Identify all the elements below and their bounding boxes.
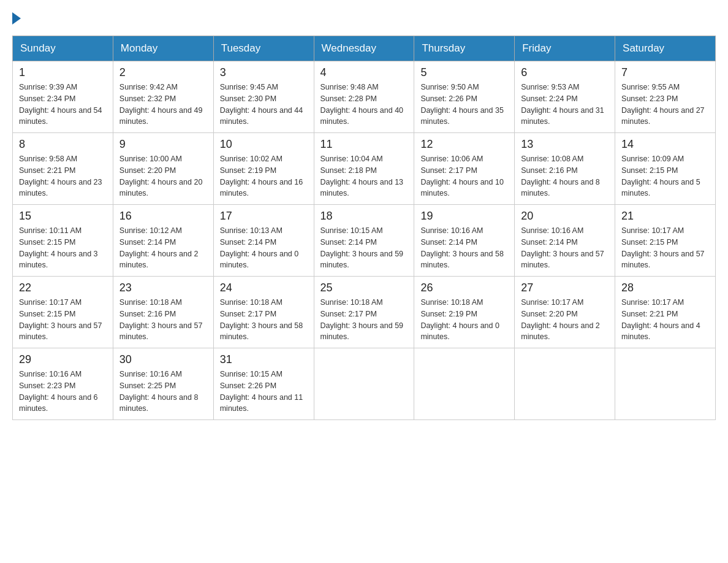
day-info: Sunrise: 10:16 AM Sunset: 2:14 PM Daylig… (521, 225, 609, 271)
column-header-monday: Monday (113, 36, 213, 61)
day-number: 22 (19, 282, 107, 294)
column-header-saturday: Saturday (615, 36, 716, 61)
calendar-cell: 30 Sunrise: 10:16 AM Sunset: 2:25 PM Day… (113, 348, 213, 420)
day-info: Sunrise: 10:08 AM Sunset: 2:16 PM Daylig… (521, 153, 609, 199)
logo (12, 12, 23, 23)
day-number: 28 (621, 282, 709, 294)
calendar-cell: 12 Sunrise: 10:06 AM Sunset: 2:17 PM Day… (414, 133, 515, 205)
day-info: Sunrise: 10:17 AM Sunset: 2:15 PM Daylig… (621, 225, 709, 271)
day-info: Sunrise: 10:15 AM Sunset: 2:26 PM Daylig… (220, 369, 308, 415)
day-info: Sunrise: 9:48 AM Sunset: 2:28 PM Dayligh… (320, 82, 408, 128)
day-number: 4 (320, 66, 408, 79)
day-info: Sunrise: 10:06 AM Sunset: 2:17 PM Daylig… (420, 153, 508, 199)
day-number: 23 (119, 282, 207, 294)
calendar-cell: 11 Sunrise: 10:04 AM Sunset: 2:18 PM Day… (314, 133, 414, 205)
day-number: 9 (119, 138, 207, 151)
calendar-cell: 17 Sunrise: 10:13 AM Sunset: 2:14 PM Day… (213, 205, 314, 277)
day-number: 20 (521, 210, 609, 223)
calendar-cell: 8 Sunrise: 9:58 AM Sunset: 2:21 PM Dayli… (13, 133, 113, 205)
day-info: Sunrise: 10:04 AM Sunset: 2:18 PM Daylig… (320, 153, 408, 199)
day-info: Sunrise: 9:42 AM Sunset: 2:32 PM Dayligh… (119, 82, 207, 128)
calendar-header-row: SundayMondayTuesdayWednesdayThursdayFrid… (13, 36, 716, 61)
day-number: 16 (119, 210, 207, 223)
day-number: 10 (220, 138, 308, 151)
day-info: Sunrise: 10:00 AM Sunset: 2:20 PM Daylig… (119, 153, 207, 199)
day-info: Sunrise: 9:50 AM Sunset: 2:26 PM Dayligh… (420, 82, 508, 128)
calendar-cell: 1 Sunrise: 9:39 AM Sunset: 2:34 PM Dayli… (13, 61, 113, 133)
logo-triangle-icon (12, 12, 21, 25)
day-number: 8 (19, 138, 107, 151)
logo-blue-text (12, 12, 23, 23)
day-info: Sunrise: 10:11 AM Sunset: 2:15 PM Daylig… (19, 225, 107, 271)
calendar-cell: 9 Sunrise: 10:00 AM Sunset: 2:20 PM Dayl… (113, 133, 213, 205)
calendar-week-row: 22 Sunrise: 10:17 AM Sunset: 2:15 PM Day… (13, 277, 716, 348)
day-info: Sunrise: 9:55 AM Sunset: 2:23 PM Dayligh… (621, 82, 709, 128)
day-number: 5 (420, 66, 508, 79)
calendar-cell: 31 Sunrise: 10:15 AM Sunset: 2:26 PM Day… (213, 348, 314, 420)
day-number: 3 (220, 66, 308, 79)
calendar-cell: 22 Sunrise: 10:17 AM Sunset: 2:15 PM Day… (13, 277, 113, 348)
calendar-cell: 7 Sunrise: 9:55 AM Sunset: 2:23 PM Dayli… (615, 61, 716, 133)
day-number: 2 (119, 66, 207, 79)
calendar-cell: 4 Sunrise: 9:48 AM Sunset: 2:28 PM Dayli… (314, 61, 414, 133)
day-number: 13 (521, 138, 609, 151)
day-number: 6 (521, 66, 609, 79)
calendar-cell: 14 Sunrise: 10:09 AM Sunset: 2:15 PM Day… (615, 133, 716, 205)
day-number: 7 (621, 66, 709, 79)
day-info: Sunrise: 9:58 AM Sunset: 2:21 PM Dayligh… (19, 153, 107, 199)
calendar-cell: 3 Sunrise: 9:45 AM Sunset: 2:30 PM Dayli… (213, 61, 314, 133)
day-number: 30 (119, 353, 207, 366)
day-number: 19 (420, 210, 508, 223)
calendar-cell: 24 Sunrise: 10:18 AM Sunset: 2:17 PM Day… (213, 277, 314, 348)
day-info: Sunrise: 10:18 AM Sunset: 2:16 PM Daylig… (119, 297, 207, 343)
calendar-cell: 16 Sunrise: 10:12 AM Sunset: 2:14 PM Day… (113, 205, 213, 277)
calendar-cell: 6 Sunrise: 9:53 AM Sunset: 2:24 PM Dayli… (515, 61, 615, 133)
calendar-cell: 18 Sunrise: 10:15 AM Sunset: 2:14 PM Day… (314, 205, 414, 277)
calendar-week-row: 15 Sunrise: 10:11 AM Sunset: 2:15 PM Day… (13, 205, 716, 277)
column-header-wednesday: Wednesday (314, 36, 414, 61)
day-number: 31 (220, 353, 308, 366)
day-number: 27 (521, 282, 609, 294)
calendar-cell: 5 Sunrise: 9:50 AM Sunset: 2:26 PM Dayli… (414, 61, 515, 133)
calendar-week-row: 8 Sunrise: 9:58 AM Sunset: 2:21 PM Dayli… (13, 133, 716, 205)
page-header (12, 12, 716, 23)
calendar-cell: 25 Sunrise: 10:18 AM Sunset: 2:17 PM Day… (314, 277, 414, 348)
day-info: Sunrise: 10:15 AM Sunset: 2:14 PM Daylig… (320, 225, 408, 271)
day-info: Sunrise: 10:18 AM Sunset: 2:17 PM Daylig… (220, 297, 308, 343)
calendar-cell: 20 Sunrise: 10:16 AM Sunset: 2:14 PM Day… (515, 205, 615, 277)
day-number: 29 (19, 353, 107, 366)
calendar-week-row: 1 Sunrise: 9:39 AM Sunset: 2:34 PM Dayli… (13, 61, 716, 133)
day-number: 15 (19, 210, 107, 223)
day-info: Sunrise: 10:02 AM Sunset: 2:19 PM Daylig… (220, 153, 308, 199)
calendar-cell: 15 Sunrise: 10:11 AM Sunset: 2:15 PM Day… (13, 205, 113, 277)
calendar-cell: 19 Sunrise: 10:16 AM Sunset: 2:14 PM Day… (414, 205, 515, 277)
day-number: 24 (220, 282, 308, 294)
day-info: Sunrise: 9:53 AM Sunset: 2:24 PM Dayligh… (521, 82, 609, 128)
day-info: Sunrise: 9:45 AM Sunset: 2:30 PM Dayligh… (220, 82, 308, 128)
day-info: Sunrise: 10:12 AM Sunset: 2:14 PM Daylig… (119, 225, 207, 271)
day-number: 1 (19, 66, 107, 79)
calendar-cell: 13 Sunrise: 10:08 AM Sunset: 2:16 PM Day… (515, 133, 615, 205)
day-info: Sunrise: 10:17 AM Sunset: 2:20 PM Daylig… (521, 297, 609, 343)
day-number: 18 (320, 210, 408, 223)
calendar-cell (615, 348, 716, 420)
day-info: Sunrise: 10:16 AM Sunset: 2:14 PM Daylig… (420, 225, 508, 271)
day-info: Sunrise: 10:17 AM Sunset: 2:21 PM Daylig… (621, 297, 709, 343)
day-info: Sunrise: 10:09 AM Sunset: 2:15 PM Daylig… (621, 153, 709, 199)
calendar-cell (515, 348, 615, 420)
calendar-cell: 26 Sunrise: 10:18 AM Sunset: 2:19 PM Day… (414, 277, 515, 348)
calendar-cell: 21 Sunrise: 10:17 AM Sunset: 2:15 PM Day… (615, 205, 716, 277)
day-number: 17 (220, 210, 308, 223)
day-info: Sunrise: 10:17 AM Sunset: 2:15 PM Daylig… (19, 297, 107, 343)
calendar-cell: 2 Sunrise: 9:42 AM Sunset: 2:32 PM Dayli… (113, 61, 213, 133)
calendar-table: SundayMondayTuesdayWednesdayThursdayFrid… (12, 36, 716, 420)
day-info: Sunrise: 10:18 AM Sunset: 2:17 PM Daylig… (320, 297, 408, 343)
day-number: 21 (621, 210, 709, 223)
column-header-sunday: Sunday (13, 36, 113, 61)
day-info: Sunrise: 10:16 AM Sunset: 2:25 PM Daylig… (119, 369, 207, 415)
day-info: Sunrise: 9:39 AM Sunset: 2:34 PM Dayligh… (19, 82, 107, 128)
calendar-cell: 29 Sunrise: 10:16 AM Sunset: 2:23 PM Day… (13, 348, 113, 420)
calendar-cell: 10 Sunrise: 10:02 AM Sunset: 2:19 PM Day… (213, 133, 314, 205)
calendar-cell: 23 Sunrise: 10:18 AM Sunset: 2:16 PM Day… (113, 277, 213, 348)
calendar-week-row: 29 Sunrise: 10:16 AM Sunset: 2:23 PM Day… (13, 348, 716, 420)
